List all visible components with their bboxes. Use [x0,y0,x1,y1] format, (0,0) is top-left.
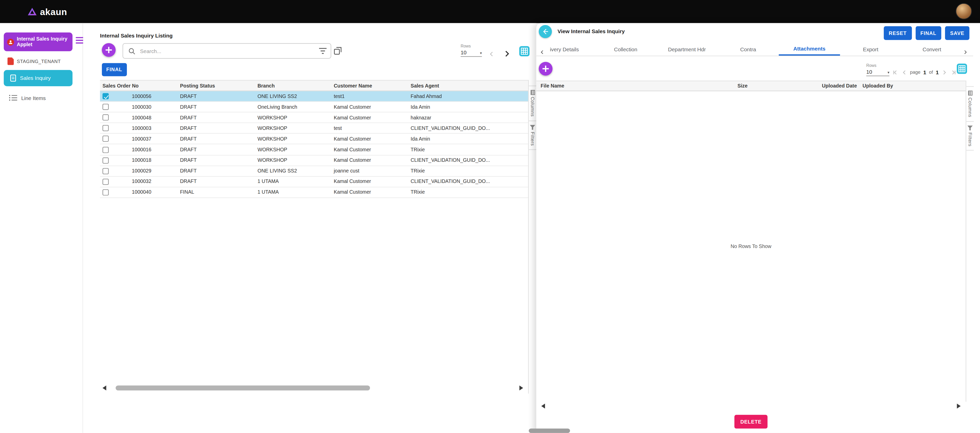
sidebar: Internal Sales Inquiry Applet STAGING_TE… [0,23,83,433]
filters-side-tab[interactable]: Filters [529,121,536,150]
prev-page-button-detail[interactable] [901,69,907,75]
cell-posting-status: DRAFT [177,179,255,184]
cell-customer-name: Kamal Customer [331,190,408,195]
page-hscrollbar-thumb[interactable] [529,429,570,433]
table-row[interactable]: 1000056 DRAFT ONE LIVING SS2 test1 Fahad… [100,91,528,102]
column-header-size[interactable]: Size [733,83,818,89]
next-page-button[interactable] [503,49,511,58]
row-checkbox[interactable] [103,136,109,142]
of-label: of [929,70,933,75]
cell-branch: WORKSHOP [255,115,331,121]
sidebar-item-sales-inquiry[interactable]: Sales Inquiry [4,70,73,86]
add-record-button[interactable] [102,43,116,57]
cell-posting-status: DRAFT [177,94,255,99]
tab-export[interactable]: Export [840,42,901,56]
detail-grid-view-button[interactable] [956,63,967,74]
row-checkbox[interactable] [103,189,109,195]
scroll-left-arrow[interactable] [103,385,107,391]
table-row[interactable]: 1000029 DRAFT ONE LIVING SS2 joanne cust… [100,166,528,176]
sidebar-item-line-items[interactable]: Line Items [9,94,46,101]
add-attachment-button[interactable] [539,62,553,76]
cell-branch: ONE LIVING SS2 [255,168,331,174]
scroll-right-arrow[interactable] [520,385,523,391]
sales-order-no-value: 1000018 [132,157,151,163]
tab-convert[interactable]: Convert [901,42,963,56]
cell-sales-agent: CLIENT_VALIDATION_GUID_DO... [408,179,528,184]
tab-contra[interactable]: Contra [718,42,779,56]
tab-collection[interactable]: Collection [595,42,656,56]
column-header-sales-agent[interactable]: Sales Agent [408,82,528,88]
search-input[interactable] [139,47,326,55]
table-row[interactable]: 1000030 DRAFT OneLiving Branch Kamal Cus… [100,102,528,113]
tab-ivery-details[interactable]: ivery Details [536,42,595,56]
next-page-button-detail[interactable] [942,69,948,75]
sidebar-item-staging-tenant[interactable]: STAGING_TENANT [7,57,61,65]
column-header-file-name[interactable]: File Name [536,83,733,89]
row-checkbox[interactable] [103,146,109,152]
last-page-button[interactable] [951,69,957,75]
table-row[interactable]: 1000040 FINAL 1 UTAMA Kamal Customer TRi… [100,187,528,198]
column-header-uploaded-date[interactable]: Uploaded Date [818,83,858,89]
tab-department-hdr[interactable]: Department Hdr [656,42,718,56]
grid-view-button[interactable] [519,46,530,57]
filter-icon[interactable] [319,47,327,54]
app-root: akaun Internal Sales Inquiry Applet STAG… [0,0,980,433]
sales-order-no-value: 1000032 [132,179,151,184]
back-button[interactable] [539,25,552,38]
sidebar-applet-label: Internal Sales Inquiry Applet [17,36,70,48]
cell-posting-status: DRAFT [177,136,255,142]
table-row[interactable]: 1000037 DRAFT WORKSHOP Kamal Customer Id… [100,134,528,145]
cell-customer-name: Kamal Customer [331,179,408,184]
user-avatar[interactable] [956,3,972,19]
cell-posting-status: DRAFT [177,147,255,152]
row-checkbox[interactable] [103,114,109,121]
column-header-uploaded-by[interactable]: Uploaded By [858,83,966,89]
row-checkbox[interactable] [103,93,109,99]
tab-attachments[interactable]: Attachments [779,42,840,56]
delete-button[interactable]: DELETE [734,415,768,429]
row-checkbox[interactable] [103,168,109,174]
detail-filters-side-tab-label: Filters [967,132,973,146]
row-checkbox[interactable] [103,157,109,163]
tabs-scroll-right-button[interactable] [963,46,968,57]
final-button-detail[interactable]: FINAL [915,26,942,40]
reset-button[interactable]: RESET [884,26,912,40]
line-items-label: Line Items [21,95,46,101]
save-button[interactable]: SAVE [945,26,969,40]
brand-logo[interactable]: akaun [27,6,67,17]
row-checkbox[interactable] [103,179,109,185]
columns-icon [968,90,972,96]
column-header-branch[interactable]: Branch [255,82,331,88]
listing-title: Internal Sales Inquiry Listing [100,32,173,38]
columns-side-tab[interactable]: Columns [529,86,536,120]
detail-filters-side-tab[interactable]: Filters [966,121,974,151]
tabs-scroll-left-button[interactable] [539,46,545,57]
table-row[interactable]: 1000032 DRAFT 1 UTAMA Kamal Customer CLI… [100,176,528,187]
sales-order-no-value: 1000016 [132,147,151,152]
rows-value: 10 [460,49,466,56]
detail-columns-side-tab[interactable]: Columns [966,86,974,121]
rows-per-page-select[interactable]: Rows 10 ▾ [460,44,482,57]
table-row[interactable]: 1000003 DRAFT WORKSHOP test CLIENT_VALID… [100,123,528,134]
prev-page-button[interactable] [488,51,495,57]
sales-order-no-value: 1000048 [132,115,151,121]
cell-sales-agent: Fahad Ahmad [408,94,528,99]
detail-rows-per-page-select[interactable]: Rows 10 ▾ [866,63,889,76]
row-checkbox[interactable] [103,104,109,110]
table-row[interactable]: 1000018 DRAFT WORKSHOP Kamal Customer CL… [100,155,528,166]
export-icon[interactable] [333,46,342,55]
column-header-customer-name[interactable]: Customer Name [331,82,408,88]
row-checkbox[interactable] [103,125,109,131]
column-header-posting-status[interactable]: Posting Status [177,82,255,88]
detail-scroll-right-arrow[interactable] [957,404,961,409]
table-row[interactable]: 1000048 DRAFT WORKSHOP Kamal Customer ha… [100,113,528,123]
table-row[interactable]: 1000016 DRAFT WORKSHOP Kamal Customer TR… [100,145,528,155]
final-button[interactable]: FINAL [102,63,127,76]
cell-customer-name: test1 [331,94,408,99]
columns-icon [530,90,535,95]
detail-scroll-left-arrow[interactable] [541,404,545,409]
hscrollbar-thumb[interactable] [116,385,370,391]
sidebar-applet-header[interactable]: Internal Sales Inquiry Applet [4,32,73,51]
column-header-sales-order-no[interactable]: Sales Order No [100,82,178,88]
first-page-button[interactable] [892,69,898,75]
